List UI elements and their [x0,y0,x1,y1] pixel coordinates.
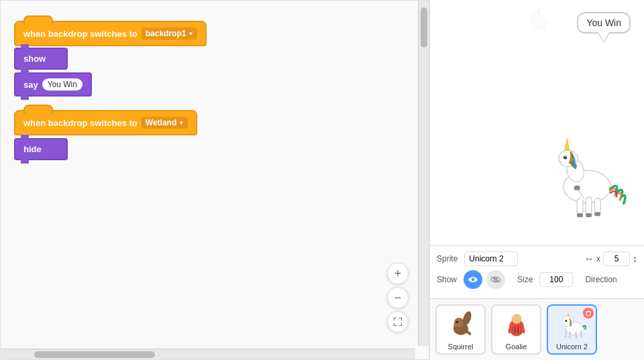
svg-line-54 [576,331,576,338]
svg-rect-3 [401,318,402,320]
backdrop-dropdown-2[interactable]: Wetland ▼ [142,117,188,129]
zoom-controls: + − [387,263,409,333]
hide-button[interactable] [486,270,505,289]
show-button[interactable] [464,270,482,289]
vertical-scrollbar[interactable] [418,1,429,346]
v-scrollbar-thumb[interactable] [421,7,427,48]
speech-text: You Win [586,17,621,28]
code-canvas: when backdrop switches to backdrop1 ▼ sh… [1,1,429,346]
h-scrollbar-thumb[interactable] [34,351,155,358]
block-group-2: when backdrop switches to Wetland ▼ hide [14,110,415,160]
dropdown-arrow-1: ▼ [188,31,193,37]
svg-marker-50 [567,312,570,316]
resize-arrows-icon: ↔ [584,253,594,264]
dropdown-arrow-2: ▼ [178,120,184,126]
say-keyword-1: say [23,80,38,90]
svg-point-31 [472,278,475,282]
svg-rect-30 [574,186,580,190]
sprite-item-unicorn2[interactable]: Unicorn 2 [547,304,597,355]
show-block-1[interactable]: show [14,48,68,70]
x-label: x [596,254,600,263]
squirrel-label: Squirrel [448,343,474,351]
squirrel-icon [445,309,476,340]
svg-rect-27 [594,212,600,216]
visibility-icons [464,270,505,289]
x-value-input[interactable] [603,251,630,266]
hat-block-2[interactable]: when backdrop switches to Wetland ▼ [14,110,197,135]
svg-point-9 [532,12,541,21]
svg-rect-26 [586,213,592,217]
unicorn2-label: Unicorn 2 [556,343,588,351]
stage-area: You Win [429,0,644,360]
svg-point-20 [565,156,566,158]
hide-label-1: hide [23,144,42,154]
eye-closed-icon [490,274,501,285]
unicorn2-delete-button[interactable] [583,308,594,318]
svg-marker-18 [565,139,570,151]
code-editor: when backdrop switches to backdrop1 ▼ sh… [0,0,429,360]
svg-point-49 [562,316,574,326]
zoom-fit-icon [393,317,402,326]
zoom-fit-button[interactable] [387,311,409,333]
eye-open-icon [468,274,478,285]
size-input[interactable] [539,272,573,287]
backdrop-dropdown-1[interactable]: backdrop1 ▼ [142,27,198,40]
zoom-in-button[interactable]: + [387,263,409,284]
sprite-name-row: Sprite ↔ x ↕ [437,251,637,266]
svg-line-53 [570,331,570,338]
zoom-out-button[interactable]: − [387,287,409,308]
squirrel-thumb [445,309,476,340]
say-block-1[interactable]: say You Win [14,72,92,97]
sprite-props-row: Show [437,270,637,289]
svg-line-52 [566,331,566,337]
unicorn-sprite [540,118,634,232]
svg-rect-1 [394,318,394,320]
goalie-icon [501,309,532,340]
svg-point-40 [511,314,521,324]
sprite-name-input[interactable] [464,251,518,266]
direction-label: Direction [585,275,616,284]
stage-preview: You Win [430,0,644,246]
trash-icon [585,310,592,316]
sprite-item-squirrel[interactable]: Squirrel [435,304,486,355]
say-value-1[interactable]: You Win [42,78,83,91]
show-label-1: show [23,54,46,64]
goalie-thumb [501,309,532,340]
svg-line-55 [581,331,582,337]
unicorn-small-decoration [524,5,551,32]
svg-point-51 [565,320,567,322]
hat-block-1[interactable]: when backdrop switches to backdrop1 ▼ [14,21,207,46]
svg-rect-7 [401,323,402,326]
horizontal-scrollbar[interactable] [1,349,415,359]
svg-line-10 [538,9,539,12]
svg-rect-25 [577,213,583,217]
size-label: Size [517,275,533,284]
svg-line-11 [532,25,533,30]
hat-prefix-2: when backdrop switches to [23,118,138,128]
hat-prefix-1: when backdrop switches to [23,29,138,39]
svg-point-37 [455,320,458,323]
goalie-label: Goalie [506,343,527,351]
show-label: Show [437,275,457,284]
y-axis-icon: ↕ [633,253,637,264]
sprite-list: Squirrel Goalie [430,299,644,360]
svg-point-21 [560,161,563,163]
sprite-label: Sprite [437,254,458,263]
svg-point-38 [453,324,457,326]
blocks-area: when backdrop switches to backdrop1 ▼ sh… [1,1,429,194]
svg-rect-45 [586,312,590,316]
hide-block-1[interactable]: hide [14,138,68,160]
speech-bubble: You Win [577,12,631,34]
svg-rect-5 [394,323,394,326]
block-group-1: when backdrop switches to backdrop1 ▼ sh… [14,21,415,97]
sprite-info-panel: Sprite ↔ x ↕ Show [430,246,644,299]
sprite-item-goalie[interactable]: Goalie [491,304,541,355]
